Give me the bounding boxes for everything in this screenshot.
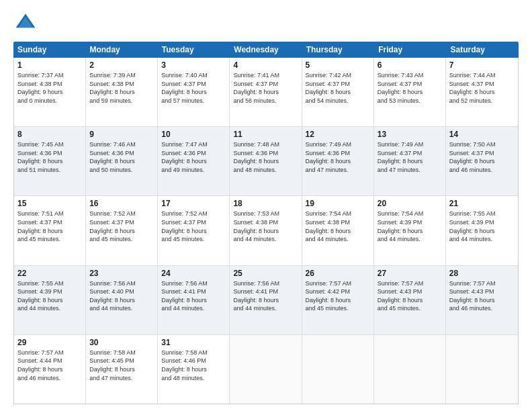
day-number: 22 <box>17 269 82 278</box>
cal-cell-empty <box>374 335 446 404</box>
day-info: Sunrise: 7:44 AM Sunset: 4:37 PM Dayligh… <box>449 71 515 105</box>
day-number: 16 <box>89 199 154 208</box>
day-number: 9 <box>89 130 154 139</box>
day-info: Sunrise: 7:39 AM Sunset: 4:38 PM Dayligh… <box>89 71 154 105</box>
day-info: Sunrise: 7:56 AM Sunset: 4:41 PM Dayligh… <box>233 279 298 313</box>
day-number: 8 <box>17 130 82 139</box>
day-info: Sunrise: 7:54 AM Sunset: 4:39 PM Dayligh… <box>378 210 442 243</box>
day-info: Sunrise: 7:53 AM Sunset: 4:38 PM Dayligh… <box>233 210 298 243</box>
cal-cell-14: 14Sunrise: 7:50 AM Sunset: 4:37 PM Dayli… <box>446 127 518 195</box>
logo <box>13 11 40 35</box>
calendar-row-1: 8Sunrise: 7:45 AM Sunset: 4:36 PM Daylig… <box>14 127 518 196</box>
cal-cell-4: 4Sunrise: 7:41 AM Sunset: 4:37 PM Daylig… <box>230 58 302 126</box>
cal-cell-18: 18Sunrise: 7:53 AM Sunset: 4:38 PM Dayli… <box>230 196 302 265</box>
day-info: Sunrise: 7:57 AM Sunset: 4:42 PM Dayligh… <box>306 279 370 313</box>
day-info: Sunrise: 7:56 AM Sunset: 4:41 PM Dayligh… <box>161 279 226 313</box>
day-number: 7 <box>449 60 515 70</box>
cal-cell-6: 6Sunrise: 7:43 AM Sunset: 4:37 PM Daylig… <box>374 58 446 126</box>
cal-cell-10: 10Sunrise: 7:47 AM Sunset: 4:36 PM Dayli… <box>158 127 230 195</box>
day-number: 14 <box>449 130 515 139</box>
day-number: 12 <box>306 130 370 139</box>
day-info: Sunrise: 7:43 AM Sunset: 4:37 PM Dayligh… <box>378 71 442 105</box>
day-number: 20 <box>378 199 442 208</box>
day-info: Sunrise: 7:57 AM Sunset: 4:43 PM Dayligh… <box>449 279 515 313</box>
day-number: 11 <box>233 130 298 139</box>
day-number: 17 <box>161 199 226 208</box>
header-day-sunday: Sunday <box>13 42 85 58</box>
cal-cell-27: 27Sunrise: 7:57 AM Sunset: 4:43 PM Dayli… <box>374 266 446 334</box>
day-number: 23 <box>89 269 154 278</box>
day-info: Sunrise: 7:57 AM Sunset: 4:43 PM Dayligh… <box>378 279 442 313</box>
day-info: Sunrise: 7:49 AM Sunset: 4:36 PM Dayligh… <box>306 140 370 174</box>
logo-icon <box>13 11 38 35</box>
cal-cell-16: 16Sunrise: 7:52 AM Sunset: 4:37 PM Dayli… <box>86 196 158 265</box>
day-number: 19 <box>306 199 370 208</box>
day-info: Sunrise: 7:52 AM Sunset: 4:37 PM Dayligh… <box>161 210 226 243</box>
day-number: 13 <box>378 130 442 139</box>
day-number: 24 <box>161 269 226 278</box>
day-number: 4 <box>233 60 298 70</box>
calendar-row-0: 1Sunrise: 7:37 AM Sunset: 4:38 PM Daylig… <box>14 58 518 127</box>
cal-cell-30: 30Sunrise: 7:58 AM Sunset: 4:45 PM Dayli… <box>86 335 158 404</box>
calendar: SundayMondayTuesdayWednesdayThursdayFrid… <box>13 42 519 404</box>
cal-cell-9: 9Sunrise: 7:46 AM Sunset: 4:36 PM Daylig… <box>86 127 158 195</box>
day-number: 31 <box>161 338 226 347</box>
cal-cell-20: 20Sunrise: 7:54 AM Sunset: 4:39 PM Dayli… <box>374 196 446 265</box>
day-info: Sunrise: 7:52 AM Sunset: 4:37 PM Dayligh… <box>89 210 154 243</box>
day-info: Sunrise: 7:37 AM Sunset: 4:38 PM Dayligh… <box>17 71 82 105</box>
day-info: Sunrise: 7:50 AM Sunset: 4:37 PM Dayligh… <box>449 140 515 174</box>
day-info: Sunrise: 7:58 AM Sunset: 4:45 PM Dayligh… <box>89 349 154 382</box>
header-day-thursday: Thursday <box>302 42 374 58</box>
header <box>13 11 519 35</box>
day-number: 28 <box>449 269 515 278</box>
cal-cell-29: 29Sunrise: 7:57 AM Sunset: 4:44 PM Dayli… <box>14 335 86 404</box>
day-info: Sunrise: 7:47 AM Sunset: 4:36 PM Dayligh… <box>161 140 226 174</box>
day-info: Sunrise: 7:54 AM Sunset: 4:38 PM Dayligh… <box>306 210 370 243</box>
day-number: 18 <box>233 199 298 208</box>
cal-cell-5: 5Sunrise: 7:42 AM Sunset: 4:37 PM Daylig… <box>302 58 374 126</box>
calendar-row-2: 15Sunrise: 7:51 AM Sunset: 4:37 PM Dayli… <box>14 196 518 265</box>
day-info: Sunrise: 7:40 AM Sunset: 4:37 PM Dayligh… <box>161 71 226 105</box>
day-info: Sunrise: 7:42 AM Sunset: 4:37 PM Dayligh… <box>306 71 370 105</box>
cal-cell-24: 24Sunrise: 7:56 AM Sunset: 4:41 PM Dayli… <box>158 266 230 334</box>
day-number: 3 <box>161 60 226 70</box>
cal-cell-17: 17Sunrise: 7:52 AM Sunset: 4:37 PM Dayli… <box>158 196 230 265</box>
calendar-header: SundayMondayTuesdayWednesdayThursdayFrid… <box>13 42 519 58</box>
cal-cell-2: 2Sunrise: 7:39 AM Sunset: 4:38 PM Daylig… <box>86 58 158 126</box>
day-info: Sunrise: 7:41 AM Sunset: 4:37 PM Dayligh… <box>233 71 298 105</box>
cal-cell-22: 22Sunrise: 7:55 AM Sunset: 4:39 PM Dayli… <box>14 266 86 334</box>
cal-cell-21: 21Sunrise: 7:55 AM Sunset: 4:39 PM Dayli… <box>446 196 518 265</box>
cal-cell-11: 11Sunrise: 7:48 AM Sunset: 4:36 PM Dayli… <box>230 127 302 195</box>
cal-cell-26: 26Sunrise: 7:57 AM Sunset: 4:42 PM Dayli… <box>302 266 374 334</box>
day-info: Sunrise: 7:46 AM Sunset: 4:36 PM Dayligh… <box>89 140 154 174</box>
day-number: 25 <box>233 269 298 278</box>
cal-cell-empty <box>446 335 518 404</box>
day-number: 26 <box>306 269 370 278</box>
header-day-monday: Monday <box>85 42 157 58</box>
day-number: 21 <box>449 199 515 208</box>
day-number: 10 <box>161 130 226 139</box>
day-number: 27 <box>378 269 442 278</box>
day-info: Sunrise: 7:49 AM Sunset: 4:37 PM Dayligh… <box>378 140 442 174</box>
cal-cell-12: 12Sunrise: 7:49 AM Sunset: 4:36 PM Dayli… <box>302 127 374 195</box>
header-day-tuesday: Tuesday <box>158 42 230 58</box>
calendar-row-4: 29Sunrise: 7:57 AM Sunset: 4:44 PM Dayli… <box>14 335 518 404</box>
cal-cell-empty <box>230 335 302 404</box>
day-number: 15 <box>17 199 82 208</box>
header-day-saturday: Saturday <box>447 42 519 58</box>
day-info: Sunrise: 7:48 AM Sunset: 4:36 PM Dayligh… <box>233 140 298 174</box>
day-info: Sunrise: 7:58 AM Sunset: 4:46 PM Dayligh… <box>161 349 226 382</box>
cal-cell-8: 8Sunrise: 7:45 AM Sunset: 4:36 PM Daylig… <box>14 127 86 195</box>
calendar-row-3: 22Sunrise: 7:55 AM Sunset: 4:39 PM Dayli… <box>14 266 518 335</box>
day-info: Sunrise: 7:56 AM Sunset: 4:40 PM Dayligh… <box>89 279 154 313</box>
day-number: 5 <box>306 60 370 70</box>
day-number: 30 <box>89 338 154 347</box>
cal-cell-25: 25Sunrise: 7:56 AM Sunset: 4:41 PM Dayli… <box>230 266 302 334</box>
cal-cell-3: 3Sunrise: 7:40 AM Sunset: 4:37 PM Daylig… <box>158 58 230 126</box>
day-number: 6 <box>378 60 442 70</box>
cal-cell-1: 1Sunrise: 7:37 AM Sunset: 4:38 PM Daylig… <box>14 58 86 126</box>
calendar-body: 1Sunrise: 7:37 AM Sunset: 4:38 PM Daylig… <box>13 58 519 404</box>
day-number: 1 <box>17 60 82 70</box>
cal-cell-31: 31Sunrise: 7:58 AM Sunset: 4:46 PM Dayli… <box>158 335 230 404</box>
day-info: Sunrise: 7:45 AM Sunset: 4:36 PM Dayligh… <box>17 140 82 174</box>
